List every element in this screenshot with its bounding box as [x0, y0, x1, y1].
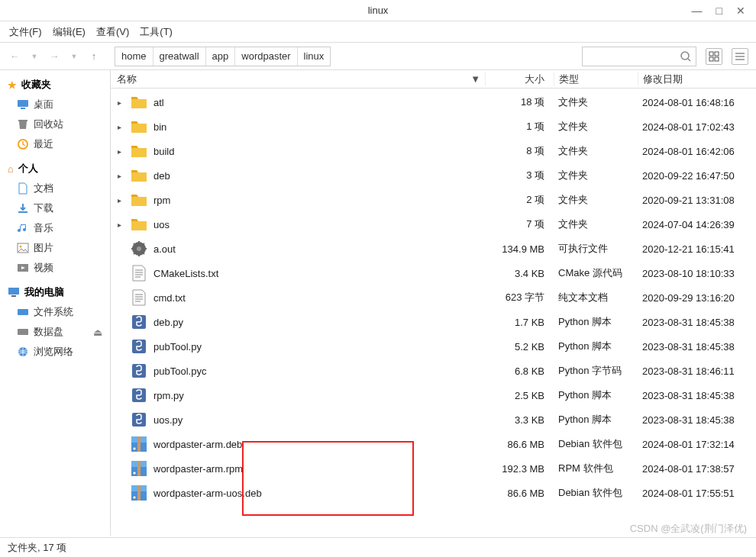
file-name: bin [153, 121, 166, 133]
file-name: uos [153, 219, 170, 230]
sidebar-item-filesystem[interactable]: 文件系统 [0, 302, 110, 322]
expand-arrow-icon[interactable]: ▸ [114, 196, 124, 204]
sidebar-item-network[interactable]: 浏览网络 [0, 342, 110, 362]
file-type: Debian 软件包 [554, 437, 638, 451]
statusbar-text: 文件夹, 17 项 [8, 541, 66, 555]
sidebar-item-downloads[interactable]: 下载 [0, 198, 110, 218]
column-header-name[interactable]: 名称 ▼ [111, 72, 485, 86]
file-row[interactable]: ▸uos7 项文件夹2024-07-04 14:26:39 [111, 212, 756, 237]
file-type: 文件夹 [554, 193, 638, 207]
column-header-size[interactable]: 大小 [485, 72, 554, 86]
file-size: 7 项 [485, 217, 554, 231]
globe-icon [17, 346, 29, 358]
sidebar-item-music[interactable]: 音乐 [0, 218, 110, 238]
file-row[interactable]: wordpaster-arm.deb86.6 MBDebian 软件包2024-… [111, 432, 756, 456]
nav-back-dropdown[interactable]: ▼ [27, 50, 41, 63]
sidebar-item-recent[interactable]: 最近 [0, 134, 110, 154]
sidebar-item-label: 视频 [34, 261, 53, 275]
file-type: 可执行文件 [554, 242, 638, 256]
view-list-button[interactable] [732, 48, 748, 65]
computer-icon [8, 286, 20, 298]
file-row[interactable]: rpm.py2.5 KBPython 脚本2023-08-31 18:45:38 [111, 383, 756, 407]
sidebar-item-pictures[interactable]: 图片 [0, 238, 110, 258]
nav-forward-button[interactable]: → [47, 50, 61, 63]
file-row[interactable]: a.out134.9 MB可执行文件2020-12-21 16:15:41 [111, 237, 756, 261]
file-row[interactable]: uos.py3.3 KBPython 脚本2023-08-31 18:45:38 [111, 407, 756, 432]
file-size: 623 字节 [485, 291, 554, 304]
file-rows: ▸atl18 项文件夹2024-08-01 16:48:16▸bin1 项文件夹… [111, 89, 756, 505]
file-row[interactable]: ▸build8 项文件夹2024-08-01 16:42:06 [111, 139, 756, 163]
menu-view[interactable]: 查看(V) [96, 25, 129, 39]
nav-back-button[interactable]: ← [8, 50, 21, 63]
sidebar-item-label: 音乐 [34, 221, 53, 235]
breadcrumb-seg-app[interactable]: app [206, 47, 236, 66]
drive-icon [17, 306, 29, 318]
menu-tools[interactable]: 工具(T) [140, 25, 173, 39]
expand-arrow-icon[interactable]: ▸ [114, 98, 124, 107]
breadcrumb-seg-greatwall[interactable]: greatwall [153, 47, 206, 66]
file-row[interactable]: ▸bin1 项文件夹2024-08-01 17:02:43 [111, 114, 756, 139]
file-size: 3.3 KB [485, 414, 554, 426]
python-icon [129, 385, 149, 405]
column-header-type[interactable]: 类型 [554, 72, 638, 86]
file-row[interactable]: cmd.txt623 字节纯文本文档2020-09-29 13:16:20 [111, 285, 756, 310]
sidebar-item-videos[interactable]: 视频 [0, 258, 110, 278]
file-row[interactable]: ▸atl18 项文件夹2024-08-01 16:48:16 [111, 90, 756, 114]
expand-arrow-icon[interactable]: ▸ [114, 123, 124, 131]
file-row[interactable]: CMakeLists.txt3.4 KBCMake 源代码2023-08-10 … [111, 261, 756, 285]
file-type: Python 脚本 [554, 315, 638, 329]
sidebar-item-label: 桌面 [34, 98, 53, 111]
expand-arrow-icon[interactable]: ▸ [114, 147, 124, 156]
file-row[interactable]: wordpaster-arm.rpm192.3 MBRPM 软件包2024-08… [111, 456, 756, 481]
file-name: wordpaster-arm-uos.deb [153, 488, 262, 499]
column-header-date[interactable]: 修改日期 [638, 72, 756, 86]
file-date: 2020-09-29 13:16:20 [638, 292, 756, 304]
file-type: 文件夹 [554, 144, 638, 158]
sidebar-item-desktop[interactable]: 桌面 [0, 95, 110, 114]
download-icon [17, 202, 29, 214]
svg-rect-16 [8, 288, 19, 295]
content-area: ★ 收藏夹 桌面 回收站 最近 ⌂ 个人 文档 下载 音乐 [0, 70, 756, 536]
breadcrumb-seg-home[interactable]: home [115, 47, 153, 66]
menu-file[interactable]: 文件(F) [9, 25, 42, 39]
maximize-button[interactable]: □ [716, 5, 722, 17]
file-date: 2023-08-31 18:45:38 [638, 390, 756, 401]
pkg-icon [129, 483, 149, 503]
svg-point-22 [137, 246, 141, 251]
file-type: Python 脚本 [554, 388, 638, 402]
file-date: 2023-08-10 18:10:33 [638, 268, 756, 279]
nav-up-button[interactable]: ↑ [87, 50, 101, 63]
breadcrumb-seg-wordpaster[interactable]: wordpaster [235, 47, 297, 66]
file-name: deb [153, 170, 170, 182]
file-date: 2023-08-31 18:45:38 [638, 317, 756, 328]
file-type: Python 脚本 [554, 413, 638, 427]
file-row[interactable]: wordpaster-arm-uos.deb86.6 MBDebian 软件包2… [111, 481, 756, 505]
search-input[interactable] [582, 47, 696, 66]
expand-arrow-icon[interactable]: ▸ [114, 172, 124, 180]
file-row[interactable]: ▸rpm2 项文件夹2020-09-21 13:31:08 [111, 188, 756, 212]
nav-forward-dropdown[interactable]: ▼ [67, 50, 81, 63]
eject-icon[interactable]: ⏏ [93, 327, 102, 338]
text-icon [129, 263, 149, 283]
minimize-button[interactable]: — [692, 5, 703, 17]
file-name: wordpaster-arm.deb [153, 439, 242, 450]
home-icon: ⌂ [8, 163, 14, 175]
breadcrumb-seg-linux[interactable]: linux [298, 47, 331, 66]
sidebar-item-datadisk[interactable]: 数据盘 ⏏ [0, 322, 110, 342]
sidebar-item-label: 下载 [34, 201, 53, 215]
close-button[interactable]: ✕ [736, 5, 745, 17]
svg-point-0 [681, 52, 689, 60]
expand-arrow-icon[interactable]: ▸ [114, 221, 124, 229]
file-date: 2020-12-21 16:15:41 [638, 243, 756, 255]
file-row[interactable]: pubTool.py5.2 KBPython 脚本2023-08-31 18:4… [111, 334, 756, 359]
sidebar-item-documents[interactable]: 文档 [0, 179, 110, 198]
menu-edit[interactable]: 编辑(E) [53, 25, 86, 39]
file-row[interactable]: pubTool.pyc6.8 KBPython 字节码2023-08-31 18… [111, 359, 756, 383]
text-icon [129, 288, 149, 307]
svg-rect-38 [137, 485, 141, 501]
sidebar-item-trash[interactable]: 回收站 [0, 114, 110, 134]
file-row[interactable]: deb.py1.7 KBPython 脚本2023-08-31 18:45:38 [111, 310, 756, 334]
sidebar-section-favorites: ★ 收藏夹 [0, 75, 110, 95]
file-row[interactable]: ▸deb3 项文件夹2020-09-22 16:47:50 [111, 163, 756, 188]
view-icons-button[interactable] [706, 48, 722, 65]
